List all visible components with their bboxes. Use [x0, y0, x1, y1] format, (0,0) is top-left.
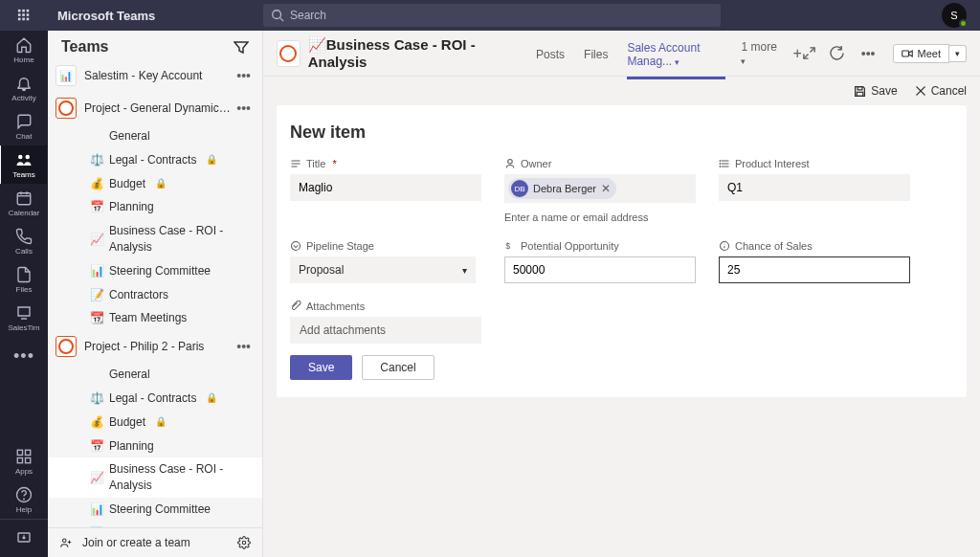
tab-more[interactable]: 1 more ▾	[741, 40, 779, 67]
product-input[interactable]	[719, 174, 910, 201]
rail-help[interactable]: Help	[0, 480, 48, 519]
toolbar-save-button[interactable]: Save	[854, 84, 897, 98]
video-icon	[902, 48, 913, 59]
channel-item[interactable]: 💰Budget🔒	[48, 172, 262, 196]
presence-badge	[959, 19, 968, 28]
channel-item[interactable]: 💰Budget🔒	[48, 411, 262, 434]
rail-label: Calls	[15, 247, 33, 256]
attachments-input[interactable]: Add attachments	[290, 317, 481, 344]
channel-item[interactable]: ⚖️Legal - Contracts🔒	[48, 148, 262, 172]
channel-item[interactable]: 📆Team Meetings	[48, 306, 262, 330]
team-more-button[interactable]: •••	[233, 339, 255, 354]
field-label: Attachments	[290, 301, 481, 312]
meet-main[interactable]: Meet	[893, 44, 949, 63]
svg-rect-18	[26, 450, 31, 455]
channel-item[interactable]: 📊Steering Committee	[48, 259, 262, 283]
rail-calls[interactable]: Calls	[0, 222, 48, 260]
rail-salestim[interactable]: SalesTim	[0, 299, 48, 337]
remove-chip-button[interactable]: ✕	[601, 182, 611, 195]
chance-input[interactable]	[719, 256, 910, 283]
field-opportunity: $ Potential Opportunity	[504, 240, 696, 283]
svg-point-12	[26, 154, 31, 159]
channel-emoji-icon: 📅	[90, 199, 103, 215]
owner-input[interactable]: DB Debra Berger ✕	[504, 174, 696, 203]
title-input[interactable]	[290, 174, 481, 201]
svg-rect-6	[18, 18, 21, 21]
team-logo: 📊	[56, 65, 77, 86]
rail-activity[interactable]: Activity	[0, 69, 48, 107]
channel-title: 📈Business Case - ROI - Analysis	[308, 36, 509, 70]
tab-label: Sales Account Manag...	[627, 41, 700, 68]
rail-files[interactable]: Files	[0, 260, 48, 299]
channel-item[interactable]: 📈Business Case - ROI - Analysis	[48, 457, 262, 498]
meet-button[interactable]: Meet ▾	[893, 44, 967, 63]
channel-emoji-icon: 📝	[90, 287, 103, 303]
join-team-link[interactable]: Join or create a team	[82, 536, 190, 549]
toolbar-cancel-button[interactable]: Cancel	[915, 84, 967, 98]
channel-item[interactable]: General	[48, 124, 262, 148]
lock-icon: 🔒	[155, 177, 167, 190]
chevron-down-icon: ▾	[462, 265, 467, 276]
field-label: Product Interest	[719, 158, 910, 169]
rail-apps[interactable]: Apps	[0, 442, 48, 480]
channel-item[interactable]: General	[48, 363, 262, 387]
svg-line-10	[280, 18, 284, 22]
app-launcher-icon[interactable]	[0, 0, 48, 31]
left-rail: Home Activity Chat Teams Calendar Calls …	[0, 31, 48, 557]
stage-select[interactable]: Proposal ▾	[290, 256, 476, 283]
list-icon	[719, 158, 730, 169]
meet-dropdown[interactable]: ▾	[949, 45, 967, 62]
add-tab-button[interactable]: +	[792, 45, 801, 62]
rail-calendar[interactable]: Calendar	[0, 184, 48, 222]
label-text: Chance of Sales	[735, 240, 813, 252]
label-text: Owner	[521, 158, 551, 169]
rail-teams[interactable]: Teams	[0, 145, 47, 184]
dropdown-icon	[290, 240, 301, 252]
search-input[interactable]	[263, 4, 721, 27]
tab-posts[interactable]: Posts	[526, 34, 574, 73]
channel-label: Business Case - ROI - Analysis	[109, 223, 255, 256]
field-label: Title*	[290, 158, 481, 169]
svg-rect-0	[18, 10, 21, 12]
channel-item[interactable]: 📅Planning	[48, 195, 262, 219]
gear-icon[interactable]	[237, 536, 251, 549]
svg-rect-1	[22, 10, 25, 12]
team-logo	[56, 336, 77, 357]
rail-more[interactable]: •••	[0, 337, 48, 375]
svg-rect-7	[22, 18, 25, 21]
svg-point-22	[24, 499, 25, 500]
svg-rect-17	[17, 450, 22, 455]
svg-point-11	[18, 154, 23, 159]
header-more-button[interactable]: •••	[858, 46, 880, 61]
team-more-button[interactable]: •••	[233, 100, 255, 116]
channel-item[interactable]: 📅Planning	[48, 434, 262, 458]
team-header[interactable]: Project - Philip 2 - Paris•••	[48, 330, 262, 363]
save-button[interactable]: Save	[290, 355, 352, 380]
team-header[interactable]: Project - General Dynamics - Pa...•••	[48, 92, 262, 124]
channel-item[interactable]: 📝Contractors	[48, 283, 262, 307]
rail-label: SalesTim	[8, 323, 39, 332]
cancel-button[interactable]: Cancel	[362, 355, 434, 380]
channel-item[interactable]: ⚖️Legal - Contracts🔒	[48, 387, 262, 411]
svg-point-39	[508, 160, 513, 165]
team-more-button[interactable]: •••	[233, 68, 255, 83]
field-label: Chance of Sales	[719, 240, 910, 252]
expand-icon[interactable]	[802, 46, 816, 60]
rail-label: Teams	[12, 170, 35, 179]
tab-sales-account[interactable]: Sales Account Manag...▾	[617, 28, 735, 79]
tab-files[interactable]: Files	[574, 34, 617, 73]
rail-chat[interactable]: Chat	[0, 107, 48, 145]
refresh-icon[interactable]	[830, 46, 844, 60]
filter-icon[interactable]	[234, 39, 249, 55]
team-header[interactable]: 📊Salestim - Key Account•••	[48, 59, 262, 92]
channel-item[interactable]: 📊Steering Committee	[48, 498, 262, 522]
currency-icon: $	[504, 240, 516, 252]
field-chance: Chance of Sales	[719, 240, 910, 283]
rail-download[interactable]	[0, 519, 48, 557]
channel-emoji-icon: ⚖️	[90, 390, 103, 407]
channel-item[interactable]: 📈Business Case - ROI - Analysis	[48, 219, 262, 259]
opportunity-input[interactable]	[504, 256, 696, 283]
svg-point-27	[242, 541, 246, 545]
rail-label: Activity	[11, 94, 35, 102]
rail-home[interactable]: Home	[0, 31, 48, 69]
